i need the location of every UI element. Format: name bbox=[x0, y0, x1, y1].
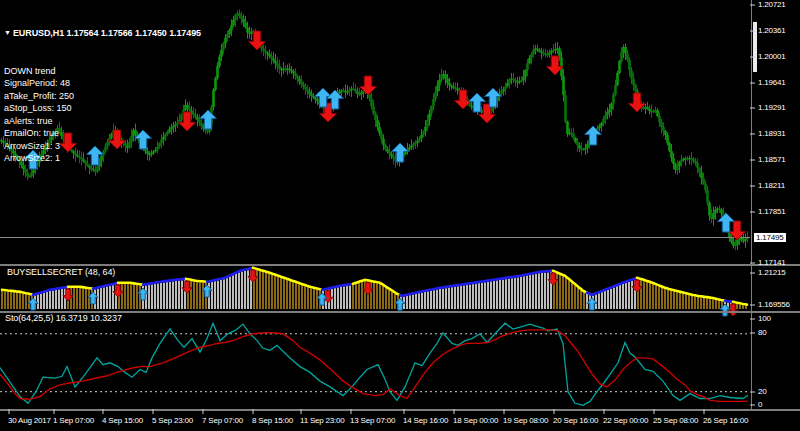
signal-histogram-bar bbox=[304, 286, 306, 309]
signal-histogram-bar bbox=[505, 279, 507, 309]
signal-histogram-bar bbox=[442, 289, 444, 309]
signal-histogram-bar bbox=[268, 274, 270, 309]
signal-histogram-bar bbox=[178, 281, 180, 309]
candle-body bbox=[420, 135, 423, 138]
candle-body bbox=[418, 138, 421, 141]
candle-body bbox=[522, 77, 525, 81]
candle-body bbox=[386, 149, 389, 151]
signal-histogram-bar bbox=[454, 287, 456, 309]
signal-histogram-bar bbox=[673, 291, 675, 309]
signal-histogram-bar bbox=[88, 289, 90, 309]
candle-body bbox=[626, 54, 629, 61]
candle-body bbox=[240, 16, 243, 19]
signal-histogram-bar bbox=[694, 297, 696, 310]
signal-histogram-bar bbox=[382, 286, 384, 309]
signal-histogram-bar bbox=[25, 294, 27, 309]
candle-body bbox=[584, 148, 587, 149]
candle-body bbox=[548, 53, 551, 55]
signal-histogram-bar bbox=[160, 283, 162, 309]
candle-body bbox=[348, 90, 351, 91]
candle-body bbox=[448, 83, 451, 86]
signal-histogram-bar bbox=[547, 272, 549, 309]
signal-histogram-bar bbox=[514, 278, 516, 309]
signal-histogram-bar bbox=[466, 285, 468, 309]
candle-body bbox=[520, 80, 523, 81]
candle-body bbox=[698, 168, 701, 173]
candle-body bbox=[604, 115, 607, 119]
candle-body bbox=[218, 57, 221, 66]
candle-body bbox=[610, 103, 613, 109]
symbol-period-label: EURUSD,H1 bbox=[13, 28, 64, 38]
signal-histogram-bar bbox=[10, 292, 12, 309]
candle-body bbox=[382, 139, 385, 145]
candle-body bbox=[512, 79, 515, 80]
signal-histogram-bar bbox=[292, 282, 294, 309]
signal-histogram-bar bbox=[97, 289, 99, 309]
signal-histogram-bar bbox=[232, 275, 234, 309]
signal-histogram-bar bbox=[43, 293, 45, 309]
signal-histogram-bar bbox=[676, 292, 678, 309]
signal-histogram-bar bbox=[235, 274, 237, 309]
dropdown-triangle-icon[interactable]: ▼ bbox=[4, 29, 11, 36]
candle-body bbox=[360, 93, 363, 95]
signal-histogram-bar bbox=[37, 295, 39, 310]
candle-body bbox=[438, 80, 441, 85]
candle-body bbox=[692, 159, 695, 161]
signal-histogram-bar bbox=[463, 285, 465, 309]
candle-body bbox=[578, 145, 581, 148]
candle-body bbox=[546, 54, 549, 55]
signal-histogram-bar bbox=[535, 274, 537, 309]
signal-histogram-bar bbox=[631, 281, 633, 309]
signal-histogram-bar bbox=[355, 284, 357, 309]
signal-histogram-bar bbox=[310, 288, 312, 309]
candle-body bbox=[618, 61, 621, 73]
candle-body bbox=[234, 15, 237, 20]
signal-histogram-bar bbox=[394, 294, 396, 309]
candle-body bbox=[292, 71, 295, 73]
candle-body bbox=[632, 78, 635, 85]
candle-body bbox=[676, 166, 679, 170]
candle-body bbox=[296, 76, 299, 79]
vertical-scrollbar[interactable] bbox=[753, 22, 757, 72]
signal-histogram-bar bbox=[22, 294, 24, 309]
candle-body bbox=[500, 92, 503, 94]
signal-histogram-bar bbox=[661, 288, 663, 309]
candle-body bbox=[410, 146, 413, 148]
candle-body bbox=[634, 85, 637, 92]
candle-body bbox=[536, 49, 539, 50]
signal-histogram-bar bbox=[667, 290, 669, 309]
signal-histogram-bar bbox=[511, 278, 513, 309]
candle-body bbox=[376, 120, 379, 127]
candle-body bbox=[380, 133, 383, 139]
signal-histogram-bar bbox=[313, 289, 315, 309]
candle-body bbox=[244, 23, 247, 28]
signal-histogram-bar bbox=[352, 285, 354, 309]
signal-histogram-bar bbox=[19, 293, 21, 309]
signal-histogram-bar bbox=[334, 288, 336, 309]
signal-histogram-bar bbox=[238, 273, 240, 310]
signal-histogram-bar bbox=[85, 289, 87, 309]
signal-histogram-bar bbox=[16, 293, 18, 309]
signal-histogram-bar bbox=[340, 287, 342, 309]
signal-histogram-bar bbox=[493, 281, 495, 309]
candle-body bbox=[230, 25, 233, 30]
candle-body bbox=[574, 138, 577, 142]
stochastic-panel-title: Sto(64,25,5) 16.3719 10.3237 bbox=[5, 313, 122, 323]
signal-histogram-bar bbox=[700, 298, 702, 310]
panel-separator bbox=[0, 264, 800, 266]
candle-body bbox=[670, 151, 673, 158]
signal-histogram-bar bbox=[475, 284, 477, 309]
signal-histogram-bar bbox=[316, 290, 318, 309]
signal-histogram-bar bbox=[277, 277, 279, 309]
signal-histogram-bar bbox=[523, 276, 525, 309]
indicator-params-block: DOWN trendSignalPeriod: 48aTake_Profit: … bbox=[4, 65, 201, 165]
candle-body bbox=[428, 113, 431, 120]
signal-histogram-bar bbox=[40, 294, 42, 309]
candle-body bbox=[540, 51, 543, 52]
candle-body bbox=[306, 89, 309, 91]
candle-body bbox=[646, 107, 649, 109]
candle-body bbox=[658, 116, 661, 122]
candle-body bbox=[708, 203, 711, 216]
signal-histogram-bar bbox=[256, 270, 258, 309]
candle-body bbox=[530, 54, 533, 58]
